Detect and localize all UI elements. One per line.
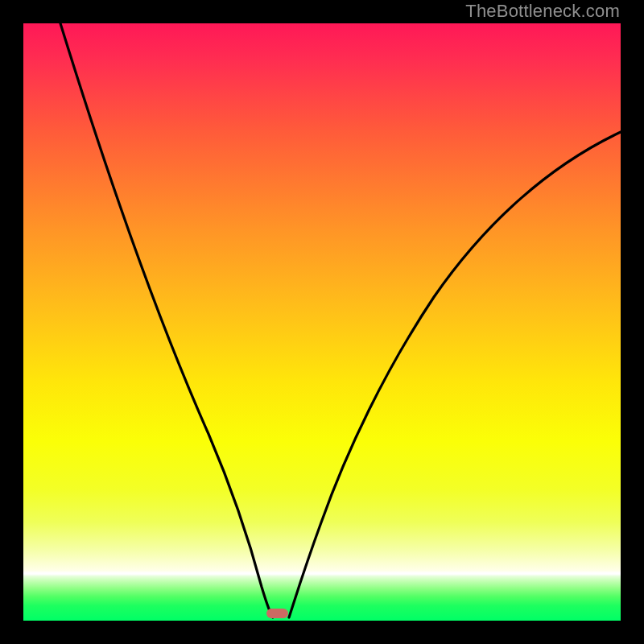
chart-frame: TheBottleneck.com	[0, 0, 644, 644]
curve-left-branch	[60, 23, 273, 617]
plot-area	[23, 23, 621, 621]
optimum-marker	[266, 609, 288, 618]
bottleneck-curve	[23, 23, 621, 621]
curve-right-branch	[289, 132, 621, 617]
watermark-text: TheBottleneck.com	[465, 1, 620, 22]
